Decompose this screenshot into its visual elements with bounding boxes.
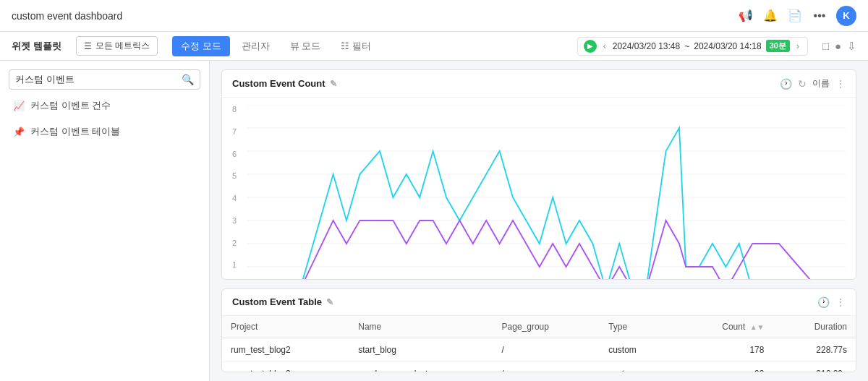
- table-widget-actions: 🕐 ⋮: [817, 296, 846, 308]
- cell-project: rum_test_blog2: [222, 361, 349, 372]
- search-input[interactable]: [15, 74, 177, 85]
- main-layout: 🔍 📈 커스텀 이벤트 건수 📌 커스텀 이벤트 테이블 Custom Even…: [0, 61, 868, 381]
- time-end: 2024/03/20 14:18: [694, 41, 761, 51]
- col-page-group: Page_group: [493, 316, 600, 338]
- col-name: Name: [349, 316, 493, 338]
- line-chart-icon: 📈: [13, 100, 25, 111]
- search-box: 🔍: [9, 69, 200, 90]
- tab-view-mode[interactable]: 뷰 모드: [281, 36, 330, 56]
- all-metrics-button[interactable]: ☰ 모든 메트릭스: [76, 36, 158, 56]
- expand-icon[interactable]: ⇩: [847, 40, 856, 53]
- sidebar-item-label: 커스텀 이벤트 건수: [30, 99, 111, 112]
- event-table: Project Name Page_group Type Count ▲▼ Du…: [222, 316, 856, 372]
- more-icon[interactable]: •••: [812, 8, 827, 24]
- sub-header: 위젯 템플릿 ☰ 모든 메트릭스 수정 모드 관리자 뷰 모드 ☷ 필터 ▶ ‹…: [0, 32, 868, 61]
- share-icon[interactable]: □: [822, 40, 829, 52]
- cell-page-group: /: [493, 338, 600, 361]
- next-arrow[interactable]: ›: [794, 41, 801, 51]
- copy-icon[interactable]: 📄: [787, 8, 803, 24]
- table-title: Custom Event Table ✎: [232, 296, 333, 307]
- table-more-icon[interactable]: ⋮: [835, 296, 846, 308]
- chart-widget-actions: 🕐 ↻ 이름 ⋮: [780, 77, 846, 90]
- cell-page-group: /: [493, 361, 600, 372]
- header-icons: 📢 🔔 📄 ••• K: [738, 6, 856, 26]
- more-options-icon[interactable]: ⋮: [835, 78, 846, 90]
- page-title: custom event dashboard: [12, 10, 122, 22]
- edit-chart-icon[interactable]: ✎: [330, 79, 337, 89]
- time-badge[interactable]: 30분: [766, 40, 790, 52]
- edit-table-icon[interactable]: ✎: [326, 297, 333, 307]
- table-row: rum_test_blog2 purchase_product / custom…: [222, 361, 856, 372]
- filter-button[interactable]: ☷ 필터: [341, 40, 371, 53]
- bell-icon[interactable]: 🔔: [762, 8, 778, 24]
- col-project: Project: [222, 316, 349, 338]
- cell-duration: 216.89s: [773, 361, 856, 372]
- chart-widget: Custom Event Count ✎ 🕐 ↻ 이름 ⋮ 8 7 6: [221, 69, 856, 280]
- table-header-row: Project Name Page_group Type Count ▲▼ Du…: [222, 316, 856, 338]
- col-duration: Duration: [773, 316, 856, 338]
- chart-widget-header: Custom Event Count ✎ 🕐 ↻ 이름 ⋮: [222, 70, 856, 98]
- time-separator: ~: [684, 41, 689, 51]
- top-header: custom event dashboard 📢 🔔 📄 ••• K: [0, 0, 868, 32]
- sidebar-item-event-count[interactable]: 📈 커스텀 이벤트 건수: [9, 95, 200, 116]
- widget-name-label: 이름: [812, 77, 830, 90]
- cell-type: custom: [600, 338, 675, 361]
- metrics-icon: ☰: [84, 41, 92, 51]
- cell-type: custom: [600, 361, 675, 372]
- cell-count: 178: [675, 338, 773, 361]
- table-clock-icon[interactable]: 🕐: [817, 296, 830, 308]
- cell-project: rum_test_blog2: [222, 338, 349, 361]
- refresh-icon[interactable]: ↻: [798, 78, 807, 90]
- filter-icon: ☷: [341, 40, 349, 51]
- cell-duration: 228.77s: [773, 338, 856, 361]
- sidebar-item-label: 커스텀 이벤트 테이블: [30, 125, 120, 138]
- search-icon: 🔍: [182, 74, 194, 85]
- tab-group: 수정 모드 관리자 뷰 모드: [172, 36, 329, 56]
- time-range: ▶ ‹ 2024/03/20 13:48 ~ 2024/03/20 14:18 …: [577, 37, 808, 56]
- time-start: 2024/03/20 13:48: [613, 41, 680, 51]
- tab-admin[interactable]: 관리자: [233, 36, 278, 56]
- cell-name: purchase_product: [349, 361, 493, 372]
- content-area: Custom Event Count ✎ 🕐 ↻ 이름 ⋮ 8 7 6: [210, 61, 868, 381]
- col-type: Type: [600, 316, 675, 338]
- sidebar-item-event-table[interactable]: 📌 커스텀 이벤트 테이블: [9, 121, 200, 142]
- chart-title: Custom Event Count ✎: [232, 78, 337, 89]
- tab-edit-mode[interactable]: 수정 모드: [172, 36, 230, 56]
- cell-name: start_blog: [349, 338, 493, 361]
- cell-count: 93: [675, 361, 773, 372]
- action-icons: □ ● ⇩: [822, 40, 856, 53]
- chart-container: 8 7 6 5 4 3 2 1 0: [222, 98, 856, 280]
- table-row: rum_test_blog2 start_blog / custom 178 2…: [222, 338, 856, 361]
- settings-icon[interactable]: ●: [835, 40, 841, 52]
- chart-y-labels: 8 7 6 5 4 3 2 1 0: [232, 105, 247, 280]
- table-container: Project Name Page_group Type Count ▲▼ Du…: [222, 316, 856, 372]
- table-widget-header: Custom Event Table ✎ 🕐 ⋮: [222, 289, 856, 316]
- chart-svg: [247, 105, 846, 280]
- table-icon: 📌: [13, 127, 25, 137]
- user-avatar[interactable]: K: [836, 6, 856, 26]
- sort-icon: ▲▼: [750, 323, 765, 331]
- megaphone-icon[interactable]: 📢: [738, 8, 754, 24]
- table-widget: Custom Event Table ✎ 🕐 ⋮ Project Name Pa…: [221, 288, 856, 372]
- clock-icon[interactable]: 🕐: [780, 78, 792, 90]
- play-button[interactable]: ▶: [584, 40, 597, 53]
- prev-arrow[interactable]: ‹: [601, 41, 608, 51]
- sidebar: 🔍 📈 커스텀 이벤트 건수 📌 커스텀 이벤트 테이블: [0, 61, 210, 381]
- col-count[interactable]: Count ▲▼: [675, 316, 773, 338]
- sidebar-title: 위젯 템플릿: [12, 40, 61, 53]
